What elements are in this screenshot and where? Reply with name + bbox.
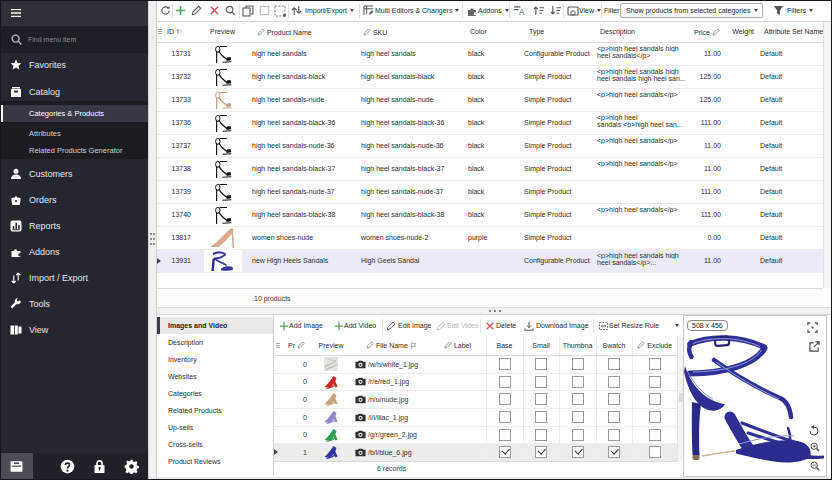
- svg-text:A: A: [519, 8, 525, 16]
